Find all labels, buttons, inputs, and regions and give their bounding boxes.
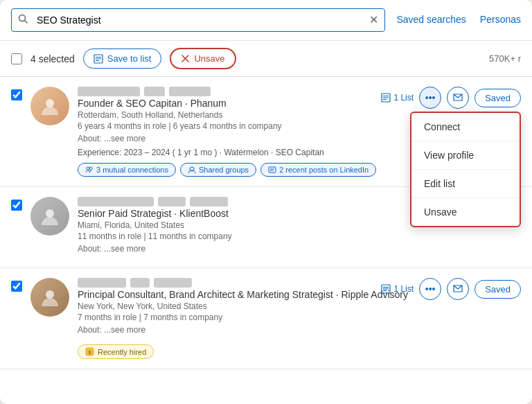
svg-point-7 [87,167,89,170]
avatar-placeholder-3 [30,278,69,317]
more-options-button-1[interactable]: ••• [419,87,441,109]
search-bar-row: ✕ Saved searches Personas [0,0,532,41]
toolbar-row: 4 selected Save to list Unsave 570K+ r [0,41,532,77]
name-badge-3b [154,278,192,288]
list-label-1: 1 List [381,93,414,103]
select-all-label [11,53,22,64]
name-redacted-2 [78,197,154,207]
save-to-list-button[interactable]: Save to list [83,49,162,69]
name-badge-2b [190,197,228,207]
card-checkbox-2[interactable] [11,200,22,213]
avatar-2 [30,197,69,236]
card-tenure-3: 7 months in role | 7 months in company [78,313,521,322]
checkbox-2[interactable] [11,200,22,211]
name-badge-1 [169,87,211,96]
recent-posts-label-1: 2 recent posts on LinkedIn [279,166,369,174]
edit-list-option[interactable]: Edit list [411,170,520,198]
card-tenure-2: 11 months in role | 11 months in company [78,231,521,241]
svg-point-22 [46,290,54,299]
selected-count: 4 selected [30,53,75,64]
person-card-1: Founder & SEO Capitan · Phanum Rotterdam… [0,77,532,187]
list-label-3: 1 List [381,284,414,294]
more-options-button-3[interactable]: ••• [419,278,441,300]
nav-links: Saved searches Personas [396,14,521,26]
dropdown-menu-1: Connect View profile Edit list Unsave [410,112,521,227]
results-count: 570K+ r [489,53,521,64]
svg-text:$: $ [88,349,91,355]
shared-groups-label-1: Shared groups [199,166,249,174]
card-about-2: About: ...see more [78,244,521,254]
search-input[interactable] [11,8,385,32]
message-button-3[interactable] [447,278,469,300]
personas-link[interactable]: Personas [480,14,521,26]
unsave-label: Unsave [194,53,224,64]
list-count-1: 1 List [393,93,414,103]
unsave-button[interactable]: Unsave [170,48,236,69]
main-container: ✕ Saved searches Personas 4 selected Sav… [0,0,532,404]
mutual-connections-label-1: 3 mutual connections [96,166,168,174]
saved-button-1[interactable]: Saved [475,89,521,107]
search-input-wrapper: ✕ [11,8,385,32]
shared-groups-tag-1: Shared groups [180,163,256,177]
saved-searches-link[interactable]: Saved searches [396,14,466,26]
name-icon-1 [144,87,165,96]
svg-point-17 [46,209,54,218]
recently-hired-badge-3: $ Recently hired [78,344,154,359]
save-to-list-label: Save to list [107,53,152,64]
avatar-placeholder-2 [30,197,69,236]
svg-point-8 [89,167,92,170]
svg-rect-10 [269,167,276,173]
unsave-option[interactable]: Unsave [411,198,520,226]
name-redacted-1 [78,87,140,96]
name-badge-2 [158,197,186,207]
svg-line-1 [25,21,28,24]
checkbox-1[interactable] [11,89,22,100]
search-icon [18,14,28,26]
avatar-placeholder-1 [30,87,69,125]
mutual-connections-tag-1: 3 mutual connections [78,163,176,177]
name-redacted-3 [78,278,126,288]
search-clear-button[interactable]: ✕ [369,15,378,26]
list-count-3: 1 List [393,284,414,294]
person-card-3: Principal Consultant, Brand Architect & … [0,268,532,369]
view-profile-option[interactable]: View profile [411,141,520,170]
message-button-1[interactable] [447,87,469,109]
card-actions-3: 1 List ••• Saved [381,278,521,300]
avatar-1 [30,87,69,125]
svg-point-6 [46,99,54,107]
avatar-3 [30,278,69,317]
card-location-3: New York, New York, United States [78,301,521,311]
connect-option[interactable]: Connect [411,113,520,141]
select-all-checkbox[interactable] [11,53,22,64]
saved-button-3[interactable]: Saved [475,280,521,299]
card-checkbox-3[interactable] [11,281,22,295]
card-actions-1: 1 List ••• Saved [381,87,521,109]
card-checkbox-1[interactable] [11,89,22,103]
card-about-3: About: ...see more [78,325,521,335]
checkbox-3[interactable] [11,281,22,292]
recently-hired-label-3: Recently hired [98,348,146,356]
recent-posts-tag-1: 2 recent posts on LinkedIn [260,163,376,177]
name-badge-3 [130,278,150,288]
